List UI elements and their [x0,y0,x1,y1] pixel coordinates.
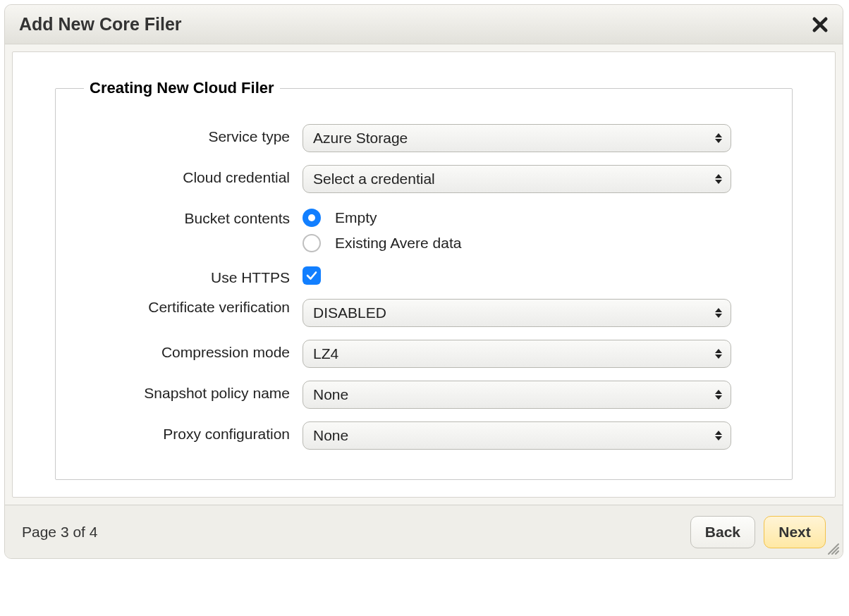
bucket-empty-radio[interactable] [303,209,321,227]
dialog-titlebar: Add New Core Filer [5,5,843,44]
bucket-existing-label: Existing Avere data [335,235,461,252]
chevron-updown-icon [715,349,722,359]
chevron-updown-icon [715,431,722,441]
proxy-config-value: None [313,427,348,444]
cloud-credential-value: Select a credential [313,171,435,187]
cloud-filer-group: Creating New Cloud Filer Service type Az… [55,79,793,480]
dialog-footer: Page 3 of 4 Back Next [5,505,843,558]
page-indicator: Page 3 of 4 [22,524,97,541]
next-button[interactable]: Next [764,516,826,548]
cert-verification-value: DISABLED [313,304,386,321]
resize-grip-icon [827,543,840,555]
dialog-title: Add New Core Filer [19,14,182,35]
cert-verification-select[interactable]: DISABLED [303,299,731,327]
compression-mode-value: LZ4 [313,345,338,362]
snapshot-policy-label: Snapshot policy name [77,381,303,402]
cert-verification-label: Certificate verification [77,299,303,316]
use-https-checkbox[interactable] [303,266,321,285]
bucket-existing-radio[interactable] [303,234,321,252]
service-type-value: Azure Storage [313,130,408,147]
bucket-contents-label: Bucket contents [77,206,303,227]
cloud-credential-select[interactable]: Select a credential [303,165,731,193]
snapshot-policy-select[interactable]: None [303,381,731,409]
close-icon[interactable] [810,15,830,35]
bucket-contents-radio-group: Empty Existing Avere data [303,206,771,252]
snapshot-policy-value: None [313,386,348,403]
chevron-updown-icon [715,390,722,400]
chevron-updown-icon [715,174,722,184]
use-https-label: Use HTTPS [77,265,303,286]
cloud-credential-label: Cloud credential [77,165,303,186]
proxy-config-label: Proxy configuration [77,421,303,443]
dialog-content: Creating New Cloud Filer Service type Az… [12,51,836,498]
chevron-updown-icon [715,133,722,143]
compression-mode-select[interactable]: LZ4 [303,340,731,368]
chevron-updown-icon [715,308,722,318]
proxy-config-select[interactable]: None [303,421,731,450]
bucket-empty-label: Empty [335,209,377,226]
service-type-label: Service type [77,124,303,145]
add-core-filer-dialog: Add New Core Filer Creating New Cloud Fi… [4,4,843,559]
compression-mode-label: Compression mode [77,340,303,361]
group-legend: Creating New Cloud Filer [84,79,280,97]
service-type-select[interactable]: Azure Storage [303,124,731,152]
back-button[interactable]: Back [690,516,755,548]
